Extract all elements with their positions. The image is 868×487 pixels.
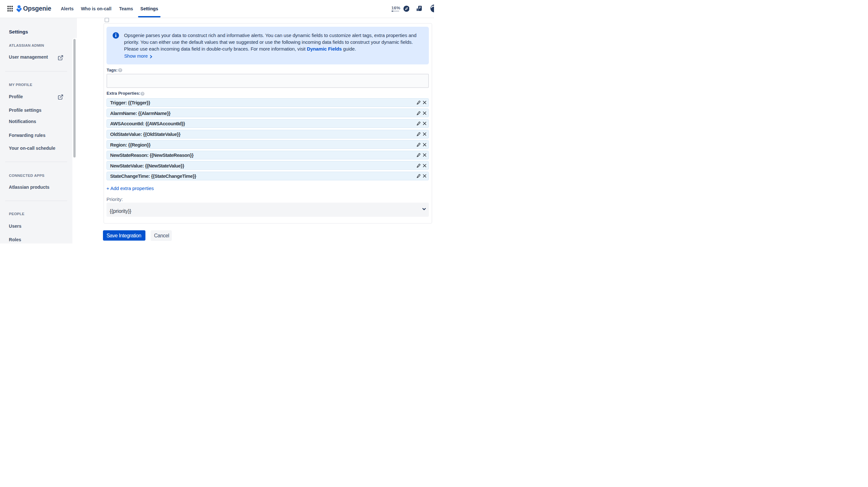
svg-text:?: ?	[119, 68, 121, 72]
svg-text:?: ?	[142, 92, 143, 95]
